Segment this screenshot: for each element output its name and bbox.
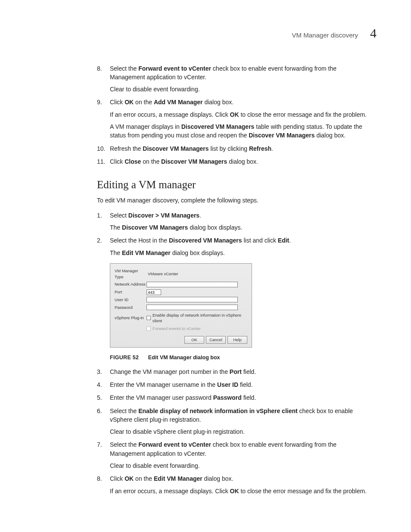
figure-caption: FIGURE 52 Edit VM Manager dialog box bbox=[110, 354, 372, 361]
header-title: VM Manager discovery bbox=[292, 31, 358, 40]
figure-label: FIGURE 52 bbox=[110, 355, 139, 361]
step-number: 9. bbox=[97, 98, 102, 106]
vsphere-plugin-label: vSphere Plug-in bbox=[115, 315, 146, 321]
chapter-number: 4 bbox=[370, 24, 377, 43]
step-item: 11.Click Close on the Discover VM Manage… bbox=[97, 157, 372, 166]
figure-wrap: VM Manager Type VMware vCenter Network A… bbox=[110, 263, 372, 348]
step-para: A VM manager displays in Discovered VM M… bbox=[110, 122, 372, 140]
step-item: 6.Select the Enable display of network i… bbox=[97, 407, 372, 436]
step-item: 9.Click OK on the Add VM Manager dialog … bbox=[97, 98, 372, 140]
network-address-input[interactable] bbox=[146, 282, 238, 287]
step-item: 3.Change the VM manager port number in t… bbox=[97, 367, 372, 376]
step-text: Refresh the Discover VM Managers list by… bbox=[110, 145, 273, 152]
step-text: Change the VM manager port number in the… bbox=[110, 368, 256, 375]
forward-events-checkbox[interactable] bbox=[146, 327, 151, 331]
ok-button[interactable]: OK bbox=[184, 336, 204, 344]
edit-vm-manager-dialog: VM Manager Type VMware vCenter Network A… bbox=[110, 263, 252, 348]
step-number: 5. bbox=[97, 393, 102, 402]
step-text: Click OK on the Edit VM Manager dialog b… bbox=[110, 475, 233, 482]
user-id-input[interactable] bbox=[146, 297, 238, 302]
step-item: 7.Select the Forward event to vCenter ch… bbox=[97, 440, 372, 470]
vm-type-label: VM Manager Type bbox=[115, 268, 146, 280]
steps-list-b-pre: 1.Select Discover > VM Managers.The Disc… bbox=[97, 211, 372, 257]
password-input[interactable] bbox=[146, 305, 238, 310]
step-text: Click OK on the Add VM Manager dialog bo… bbox=[110, 99, 234, 106]
step-item: 8.Select the Forward event to vCenter ch… bbox=[97, 64, 372, 94]
step-number: 7. bbox=[97, 440, 102, 449]
figure-caption-text: Edit VM Manager dialog box bbox=[148, 355, 220, 361]
page-header: VM Manager discovery 4 bbox=[34, 24, 377, 43]
step-number: 4. bbox=[97, 380, 102, 389]
step-para: Clear to disable vSphere client plug-in … bbox=[110, 427, 372, 436]
step-text: Select Discover > VM Managers. bbox=[110, 212, 201, 219]
password-label: Password bbox=[115, 305, 146, 311]
step-text: Click Close on the Discover VM Managers … bbox=[110, 158, 258, 165]
step-item: 10.Refresh the Discover VM Managers list… bbox=[97, 144, 372, 153]
steps-list-a: 8.Select the Forward event to vCenter ch… bbox=[97, 64, 372, 166]
section-intro: To edit VM manager discovery, complete t… bbox=[97, 196, 372, 205]
vm-type-value: VMware vCenter bbox=[146, 271, 180, 277]
page: VM Manager discovery 4 8.Select the Forw… bbox=[0, 0, 411, 532]
steps-list-b-post: 3.Change the VM manager port number in t… bbox=[97, 367, 372, 495]
step-text: Enter the VM manager username in the Use… bbox=[110, 381, 253, 388]
step-text: Enter the VM manager user password Passw… bbox=[110, 394, 256, 401]
step-number: 8. bbox=[97, 64, 102, 73]
user-id-label: User ID bbox=[115, 297, 146, 303]
cancel-button[interactable]: Cancel bbox=[206, 336, 226, 344]
port-label: Port bbox=[115, 289, 146, 295]
step-para: Clear to disable event forwarding. bbox=[110, 461, 372, 470]
enable-display-checkbox[interactable] bbox=[146, 316, 151, 320]
step-text: Select the Host in the Discovered VM Man… bbox=[110, 237, 291, 244]
step-para: Clear to disable event forwarding. bbox=[110, 85, 372, 93]
step-text: Select the Forward event to vCenter chec… bbox=[110, 441, 336, 457]
step-number: 8. bbox=[97, 474, 102, 483]
step-item: 8.Click OK on the Edit VM Manager dialog… bbox=[97, 474, 372, 495]
step-number: 3. bbox=[97, 367, 102, 376]
forward-events-text: Forward events to vCenter bbox=[153, 326, 201, 332]
network-address-label: Network Address bbox=[115, 281, 146, 287]
step-number: 1. bbox=[97, 211, 102, 220]
section-heading: Editing a VM manager bbox=[97, 177, 372, 193]
step-item: 1.Select Discover > VM Managers.The Disc… bbox=[97, 211, 372, 232]
step-para: If an error occurs, a message displays. … bbox=[110, 487, 372, 495]
step-para: The Discover VM Managers dialog box disp… bbox=[110, 223, 372, 232]
port-input[interactable] bbox=[146, 289, 161, 295]
step-para: If an error occurs, a message displays. … bbox=[110, 110, 372, 119]
enable-display-text: Enable display of network information in… bbox=[153, 312, 247, 324]
step-item: 4.Enter the VM manager username in the U… bbox=[97, 380, 372, 389]
content: 8.Select the Forward event to vCenter ch… bbox=[97, 64, 372, 495]
step-number: 11. bbox=[97, 157, 105, 166]
step-item: 5.Enter the VM manager user password Pas… bbox=[97, 393, 372, 402]
step-number: 10. bbox=[97, 144, 105, 153]
step-number: 2. bbox=[97, 236, 102, 245]
step-number: 6. bbox=[97, 407, 102, 415]
help-button[interactable]: Help bbox=[227, 336, 247, 344]
step-text: Select the Enable display of network inf… bbox=[110, 408, 353, 423]
step-item: 2.Select the Host in the Discovered VM M… bbox=[97, 236, 372, 257]
step-text: Select the Forward event to vCenter chec… bbox=[110, 65, 336, 81]
step-para: The Edit VM Manager dialog box displays. bbox=[110, 249, 372, 257]
